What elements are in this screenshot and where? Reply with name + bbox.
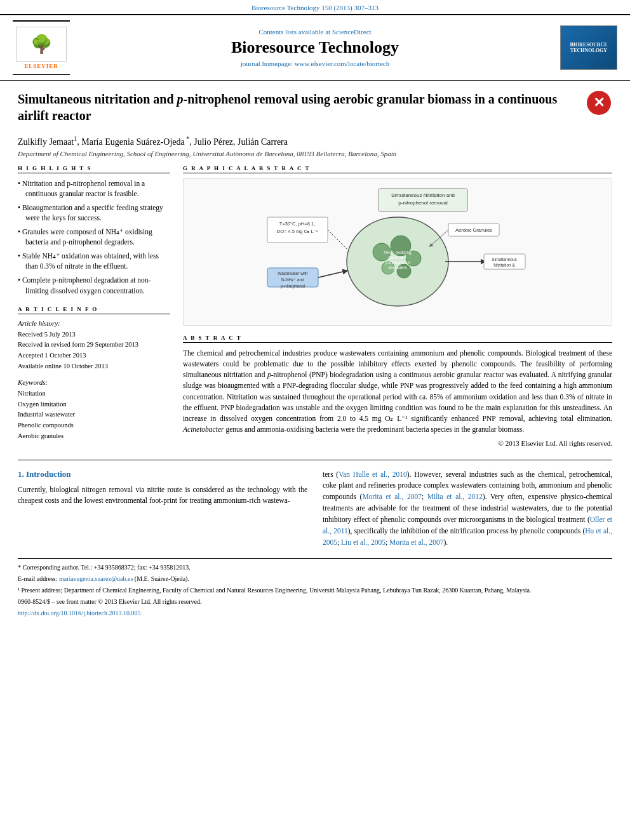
citation-text: Bioresource Technology 150 (2013) 307–31… [251,4,379,11]
elsevier-text: ELSEVIER [24,63,58,69]
right-column: G R A P H I C A L A B S T R A C T Simult… [183,165,612,447]
ref-milia2012[interactable]: Milia et al., 2012 [427,493,483,500]
ref-morita2007b[interactable]: Morita et al., 2007 [389,538,443,546]
journal-header: 🌳 ELSEVIER Contents lists available at S… [0,14,630,81]
authors: Zulkifly Jemaat1, María Eugenia Suárez-O… [18,135,612,147]
svg-text:Nitritation &: Nitritation & [493,263,515,267]
elsevier-logo-image: 🌳 [16,27,67,62]
highlight-item-4: Stable NH₄⁺ oxidation was obtained, with… [18,251,170,271]
highlight-item-3: Granules were composed of NH₄⁺ oxidising… [18,227,170,247]
keywords-section: Keywords: Nitritation Oxygen limitation … [18,378,170,442]
graphical-abstract-diagram: Simultaneous Nitritation and p-nitrophen… [183,178,612,326]
ref-oller2011[interactable]: Oller et al., 2011 [323,516,612,535]
svg-text:Wastewater with: Wastewater with [278,271,308,276]
contents-line: Contents lists available at ScienceDirec… [83,28,547,36]
article-title: Simultaneous nitritation and p-nitrophen… [18,91,587,124]
highlights-graphical-section: H I G H L I G H T S Nitritation and p-ni… [18,165,612,447]
introduction-text-right: ters (Van Hulle et al., 2010). However, … [323,469,612,549]
svg-text:p-nitrophenol removal: p-nitrophenol removal [398,200,448,206]
svg-text:p-nitrophenol: p-nitrophenol [281,284,305,289]
body-two-col: 1. Introduction Currently, biological ni… [18,469,612,549]
abstract-section: A B S T R A C T The chemical and petroch… [183,335,612,447]
keywords-header: Keywords: [18,378,170,386]
article-info-header: A R T I C L E I N F O [18,306,170,314]
highlights-header: H I G H L I G H T S [18,165,170,173]
article-history-header: Article history: [18,319,170,327]
article-dates: Received 5 July 2013 Received in revised… [18,330,170,372]
affiliation: Department of Chemical Engineering, Scho… [18,150,612,157]
svg-text:DO= 4.5 mg O₂ L⁻¹: DO= 4.5 mg O₂ L⁻¹ [277,229,318,234]
doi-line: http://dx.doi.org/10.1016/j.biortech.201… [18,608,612,618]
sciencedirect-link[interactable]: ScienceDirect [332,28,372,36]
introduction-title: 1. Introduction [18,469,307,479]
svg-text:T=30°C, pH=8.1,: T=30°C, pH=8.1, [279,221,315,227]
process-diagram-svg: Simultaneous Nitritation and p-nitrophen… [264,185,531,319]
ref-morita2007[interactable]: Morita et al., 2007 [362,493,421,500]
keyword-2: Oxygen limitation [18,399,170,410]
graphical-abstract-header: G R A P H I C A L A B S T R A C T [183,165,612,173]
keyword-4: Phenolic compounds [18,420,170,431]
keyword-3: Industrial wastewater [18,410,170,420]
journal-homepage: journal homepage: www.elsevier.com/locat… [83,60,547,67]
corresponding-author: * Corresponding author. Tel.: +34 935868… [18,563,612,572]
crossmark-icon[interactable]: ✕ [587,91,611,115]
homepage-label: journal homepage: [241,60,295,67]
elsevier-tree-icon: 🌳 [30,36,53,53]
abstract-text: The chemical and petrochemical industrie… [183,348,612,436]
received-date: Received 5 July 2013 [18,330,170,340]
ref-vanhulle[interactable]: Van Hulle et al., 2010 [338,470,407,478]
keyword-5: Aerobic granules [18,431,170,442]
available-date: Available online 10 October 2013 [18,361,170,372]
body-col-left: 1. Introduction Currently, biological ni… [18,469,307,549]
copyright-fn: 0960-8524/$ – see front matter © 2013 El… [18,597,612,606]
article-info: A R T I C L E I N F O Article history: R… [18,306,170,442]
svg-text:degraders: degraders [388,265,407,270]
citation-bar: Bioresource Technology 150 (2013) 307–31… [0,0,630,14]
svg-line-23 [318,271,345,277]
body-section: 1. Introduction Currently, biological ni… [18,460,612,618]
svg-line-28 [328,230,347,249]
elsevier-logo-section: 🌳 ELSEVIER [13,20,70,75]
homepage-link[interactable]: www.elsevier.com/locate/biortech [295,60,390,67]
introduction-text-left: Currently, biological nitrogen removal v… [18,484,307,507]
footnotes: * Corresponding author. Tel.: +34 935868… [18,558,612,618]
ref-liu2005[interactable]: Liu et al., 2005 [341,538,385,546]
email-link[interactable]: mariaeugenia.suarez@uab.es [59,575,133,582]
main-content: Simultaneous nitritation and p-nitrophen… [0,81,630,630]
journal-center: Contents lists available at ScienceDirec… [70,28,560,67]
revised-date: Received in revised form 29 September 20… [18,340,170,350]
email-line: E-mail address: mariaeugenia.suarez@uab.… [18,574,612,583]
svg-text:Simultaneous Nitritation and: Simultaneous Nitritation and [391,192,455,198]
left-column: H I G H L I G H T S Nitritation and p-ni… [18,165,170,447]
body-col-right: ters (Van Hulle et al., 2010). However, … [323,469,612,549]
svg-text:bacteria +: bacteria + [389,255,407,260]
svg-text:p-nitrophenol: p-nitrophenol [385,260,410,265]
svg-text:N-NH₄⁺ and: N-NH₄⁺ and [281,277,304,282]
email-name: (M.E. Suárez-Ojeda). [135,575,189,582]
email-label: E-mail address: [18,575,57,582]
svg-text:NH₄⁺ oxidising: NH₄⁺ oxidising [384,250,412,255]
abstract-header: A B S T R A C T [183,335,612,343]
svg-text:Simultaneous: Simultaneous [492,257,517,262]
keywords-list: Nitritation Oxygen limitation Industrial… [18,389,170,442]
copyright-text: © 2013 Elsevier Ltd. All rights reserved… [183,439,612,447]
bioresource-logo: BIORESOURCE TECHNOLOGY [560,25,617,70]
highlight-item-1: Nitritation and p-nitrophenol removal in… [18,178,170,199]
article-title-section: Simultaneous nitritation and p-nitrophen… [18,91,612,129]
crossmark[interactable]: ✕ [587,91,612,116]
highlight-item-2: Bioaugmentation and a specific feeding s… [18,203,170,223]
doi-link[interactable]: http://dx.doi.org/10.1016/j.biortech.201… [18,610,140,617]
highlight-item-5: Complete p-nitrophenol degradation at no… [18,275,170,295]
highlights-list: Nitritation and p-nitrophenol removal in… [18,178,170,296]
accepted-date: Accepted 1 October 2013 [18,350,170,361]
keyword-1: Nitritation [18,389,170,399]
journal-title: Bioresource Technology [83,38,547,57]
svg-text:Aerobic Granules: Aerobic Granules [455,227,492,233]
address-note: ¹ Present address; Department of Chemica… [18,585,612,595]
